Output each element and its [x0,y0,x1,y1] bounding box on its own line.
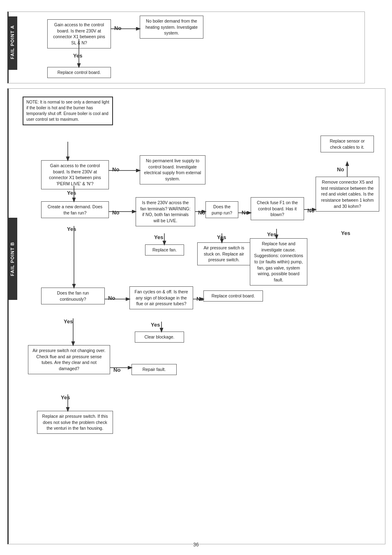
yes-connector: Yes [341,230,350,236]
no-gain-b: No [112,166,119,173]
yes-label-a: Yes [73,53,82,59]
yes-gain-b: Yes [67,190,76,196]
box-new-demand: Create a new demand. Does the fan run? [41,201,109,218]
page-container: FAIL POINT A Gain access to the control … [0,0,392,555]
box-replace-control-board-a: Replace control board. [47,67,111,78]
page-number: 36 [193,542,198,548]
no-pump: No [242,210,249,216]
yes-new-demand: Yes [67,226,76,232]
yes-fan-cycles: Yes [151,322,160,328]
box-gain-access-a: Gain access to the control board. Is the… [47,19,111,48]
box-gain-access-b: Gain access to the control board. Is the… [41,160,109,189]
no-fan-cont: No [108,295,115,301]
box-no-boiler-demand: No boiler demand from the heating system… [140,16,203,39]
no-new-demand: No [112,210,119,216]
yes-fan-cont: Yes [64,318,73,325]
box-replace-fuse: Replace fuse and investigate cause. Sugg… [250,238,307,286]
box-replace-ctrl-b: Replace control board. [203,290,263,302]
box-fan-continuous: Does the fan run continuously? [41,288,105,304]
box-air-pressure-not: Air pressure switch not changing over. C… [28,345,110,374]
note-box: NOTE: It is normal to see only a demand … [23,97,113,125]
box-replace-ap-switch-final: Replace air pressure switch. If this doe… [37,411,113,434]
no-label-a: No [114,25,121,31]
box-clear-blockage: Clear blockage. [135,332,184,343]
box-pump: Does the pump run? [205,201,238,218]
no-connector: No [337,166,344,173]
yes-230v: Yes [154,234,163,240]
yes-pump: Yes [217,234,226,240]
box-replace-sensor: Replace sensor or check cables to it. [321,136,374,152]
no-fuse: No [307,207,314,214]
box-remove-connector: Remove connector X5 and test resistance … [316,177,379,212]
box-230v: Is there 230V across the fan terminals? … [136,197,195,226]
box-no-perm-live: No permanent live supply to control boar… [140,155,205,184]
box-fuse: Check fuse F1 on the control board. Has … [251,197,304,220]
yes-fuse: Yes [267,231,276,237]
no-fan-cycles: No [196,296,203,302]
yes-air-pressure: Yes [61,394,70,401]
no-230v: No [198,210,205,216]
box-repair-fault: Repair fault. [131,364,177,375]
box-replace-fan: Replace fan. [145,244,184,256]
no-air-pressure: No [113,367,120,373]
box-air-pressure-stuck: Air pressure switch is stuck on. Replace… [197,242,251,265]
box-fan-cycles: Fan cycles on & off. Is there any sign o… [129,286,193,309]
